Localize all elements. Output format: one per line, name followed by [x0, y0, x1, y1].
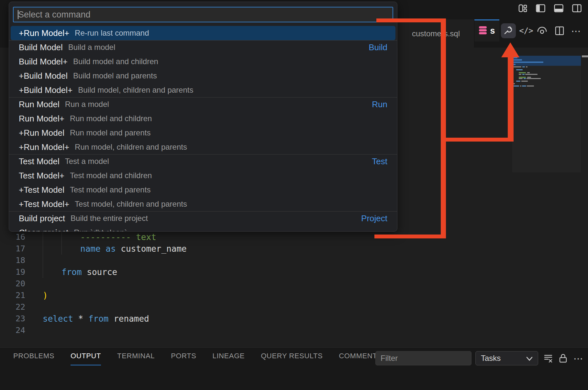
code-text: name as customer_name	[80, 243, 187, 255]
command-description: Test a model	[65, 157, 109, 166]
command-description: Re-run last command	[75, 29, 149, 38]
line-number: 18	[0, 255, 25, 266]
command-name: Build project	[19, 213, 65, 224]
code-text: ---------- text	[80, 231, 156, 243]
minimap-line	[519, 74, 521, 75]
wrench-button[interactable]	[501, 23, 516, 38]
mini-tab-label: s	[490, 26, 495, 36]
command-name: Run Model+	[19, 114, 64, 124]
minimap-line	[525, 74, 538, 75]
panel-tab-strip: PROBLEMSOUTPUTTERMINALPORTSLINEAGEQUERY …	[13, 352, 382, 365]
command-category-badge: Build	[369, 42, 387, 52]
annotation-arrow-shaft	[508, 56, 514, 142]
tasks-dropdown[interactable]: Tasks	[475, 351, 538, 365]
text-caret	[18, 10, 18, 19]
command-description: Test model, children and parents	[75, 200, 187, 209]
lock-icon[interactable]	[556, 351, 570, 365]
command-description: Run model and parents	[70, 128, 151, 137]
minimap-line	[519, 77, 526, 78]
command-item[interactable]: +Test ModelTest model and parents	[11, 183, 395, 197]
command-name: +Run Model+	[19, 28, 69, 38]
command-description: Run a model	[65, 100, 109, 109]
tab-label: customers.sql	[412, 29, 460, 38]
panel-tab-lineage[interactable]: LINEAGE	[213, 352, 245, 365]
command-name: Build Model	[19, 42, 63, 52]
toggle-panel-icon[interactable]	[554, 4, 563, 13]
command-item[interactable]: +Test Model+Test model, children and par…	[11, 197, 395, 211]
panel-tab-ports[interactable]: PORTS	[171, 352, 196, 365]
minimap-line	[522, 74, 525, 75]
command-item[interactable]: +Run Model+Run model, children and paren…	[11, 140, 395, 154]
toggle-primary-sidebar-icon[interactable]	[536, 4, 545, 13]
command-description: Build model and children	[73, 57, 158, 66]
wrench-icon	[504, 25, 513, 36]
panel-tab-query-results[interactable]: QUERY RESULTS	[261, 352, 323, 365]
minimap-line	[527, 78, 541, 79]
panel-tab-output[interactable]: OUTPUT	[71, 352, 101, 365]
command-item[interactable]: Test ModelTest a modelTest	[11, 154, 395, 168]
command-item[interactable]: Test Model+Test model and children	[11, 168, 395, 183]
code-line: 24	[0, 325, 511, 336]
code-text: select * from renamed	[43, 313, 149, 325]
command-item[interactable]: Run Model+Run model and children	[11, 111, 395, 126]
code-line: 23select * from renamed	[0, 313, 511, 325]
command-item[interactable]: Clean projectRun `dbt clean`	[11, 225, 395, 232]
command-list: +Run Model+Re-run last commandBuild Mode…	[9, 26, 397, 231]
editor-scrollbar-thumb[interactable]	[582, 55, 588, 57]
code-icon[interactable]: </>	[519, 23, 534, 38]
toggle-secondary-sidebar-icon[interactable]	[572, 4, 582, 13]
annotation-line-bottom	[374, 235, 446, 238]
annotation-line-branch	[441, 138, 514, 142]
tab-database-pane[interactable]: s	[474, 19, 499, 41]
command-name: +Test Model	[19, 185, 64, 195]
chevron-down-icon	[526, 354, 533, 363]
command-description: Build the entire project	[71, 214, 148, 223]
compiled-preview-icon[interactable]	[535, 23, 549, 38]
command-item[interactable]: Build projectBuild the entire projectPro…	[11, 211, 395, 225]
indent-guide	[61, 231, 62, 255]
command-category-badge: Run	[372, 99, 387, 109]
clear-output-icon[interactable]	[541, 351, 555, 365]
command-input[interactable]	[14, 7, 393, 22]
command-item[interactable]: +Build ModelBuild model and parents	[11, 69, 395, 83]
command-item[interactable]: Run ModelRun a modelRun	[11, 97, 395, 111]
command-item[interactable]: Build ModelBuild a modelBuild	[11, 40, 395, 54]
line-number: 24	[0, 325, 25, 336]
minimap-line	[514, 66, 521, 67]
minimap-line	[524, 78, 526, 79]
panel-tab-terminal[interactable]: TERMINAL	[117, 352, 155, 365]
command-item[interactable]: +Run ModelRun model and parents	[11, 126, 395, 140]
command-item[interactable]: +Build Model+Build model, children and p…	[11, 83, 395, 97]
command-description: Build a model	[68, 43, 115, 52]
tab-customers-sql[interactable]: customers.sql	[398, 19, 474, 48]
minimap-line	[522, 86, 526, 86]
minimap-line	[514, 83, 515, 84]
command-item[interactable]: +Run Model+Re-run last command	[11, 26, 395, 40]
annotation-line-top	[376, 18, 446, 22]
customize-layout-icon[interactable]	[518, 4, 527, 13]
code-line: 22	[0, 301, 511, 313]
command-name: +Test Model+	[19, 199, 69, 209]
command-description: Test model and parents	[70, 185, 150, 194]
command-item[interactable]: Build Model+Build model and children	[11, 54, 395, 69]
command-category-badge: Test	[372, 156, 387, 166]
split-editor-icon[interactable]	[552, 23, 567, 38]
command-description: Build model and parents	[73, 71, 157, 80]
minimap-line	[519, 72, 526, 73]
command-description: Run `dbt clean`	[74, 228, 127, 232]
command-description: Build model, children and parents	[78, 86, 193, 95]
command-palette: +Run Model+Re-run last commandBuild Mode…	[9, 2, 397, 232]
filter-input[interactable]	[375, 351, 472, 365]
line-number: 21	[0, 290, 25, 301]
code-text: from source	[61, 266, 117, 278]
command-description: Run model, children and parents	[75, 143, 187, 152]
line-number: 20	[0, 278, 25, 290]
minimap-line	[527, 72, 530, 73]
more-actions-icon[interactable]: ⋯	[569, 23, 584, 38]
code-line: 20	[0, 278, 511, 290]
line-number: 19	[0, 266, 25, 278]
minimap-line	[519, 78, 523, 79]
panel-tab-problems[interactable]: PROBLEMS	[13, 352, 54, 365]
minimap[interactable]	[512, 56, 581, 172]
panel-more-actions-icon[interactable]: ⋯	[571, 351, 586, 365]
